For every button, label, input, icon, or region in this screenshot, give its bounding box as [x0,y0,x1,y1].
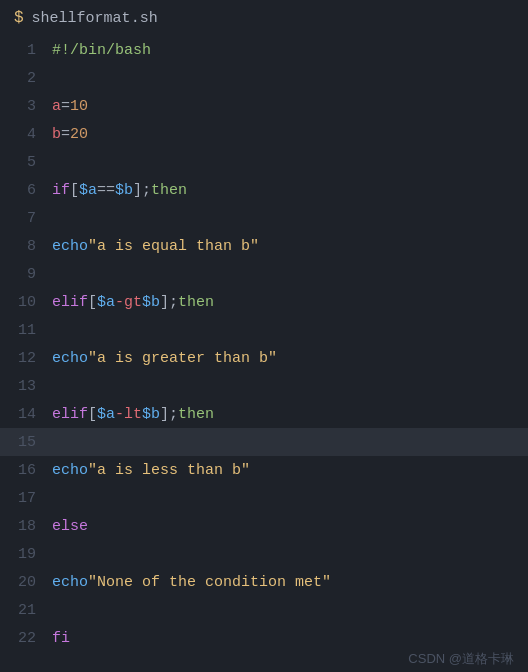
line-number: 4 [0,126,52,143]
line-number: 2 [0,70,52,87]
code-token: $a [97,406,115,423]
code-token: 10 [70,98,88,115]
code-token: [ [88,294,97,311]
code-token: b [52,126,61,143]
line-number: 3 [0,98,52,115]
code-token: "a is greater than b" [88,350,277,367]
code-content: fi [52,630,528,647]
filename: shellformat.sh [32,10,158,27]
code-line: 13 [0,372,528,400]
line-number: 19 [0,546,52,563]
code-line: 20 echo "None of the condition met" [0,568,528,596]
line-number: 12 [0,350,52,367]
code-token: elif [52,406,88,423]
code-token: -gt [115,294,142,311]
code-token: $a [97,294,115,311]
code-line: 19 [0,540,528,568]
code-token: then [178,406,214,423]
code-token: echo [52,574,88,591]
code-token: = [61,126,70,143]
code-content: if [ $a == $b ]; then [52,182,528,199]
line-number: 9 [0,266,52,283]
code-token: then [151,182,187,199]
code-token: ] [160,406,169,423]
code-token: [ [88,406,97,423]
code-token: "a is equal than b" [88,238,259,255]
code-token: a [52,98,61,115]
code-content: elif [ $a -gt $b ]; then [52,294,528,311]
code-token: echo [52,462,88,479]
code-line: 7 [0,204,528,232]
terminal-icon: $ [14,9,24,27]
code-token: "a is less than b" [88,462,250,479]
code-token: $b [142,406,160,423]
code-line: 11 [0,316,528,344]
line-number: 5 [0,154,52,171]
line-number: 10 [0,294,52,311]
code-line: 17 [0,484,528,512]
code-line: 18else [0,512,528,540]
code-token: $b [115,182,133,199]
code-content: else [52,518,528,535]
code-token: $b [142,294,160,311]
line-number: 20 [0,574,52,591]
code-content: elif [ $a -lt $b ]; then [52,406,528,423]
line-number: 17 [0,490,52,507]
code-token: -lt [115,406,142,423]
code-token: "None of the condition met" [88,574,331,591]
code-line: 4b=20 [0,120,528,148]
line-number: 14 [0,406,52,423]
code-token: ] [160,294,169,311]
code-area: 1#!/bin/bash23a=104b=2056if [ $a == $b ]… [0,36,528,652]
code-content: echo "a is greater than b" [52,350,528,367]
code-token: fi [52,630,70,647]
code-line: 9 [0,260,528,288]
line-number: 6 [0,182,52,199]
code-content: a=10 [52,98,528,115]
code-token: then [178,294,214,311]
line-number: 18 [0,518,52,535]
code-line: 2 [0,64,528,92]
line-number: 21 [0,602,52,619]
code-token: [ [70,182,79,199]
line-number: 1 [0,42,52,59]
line-number: 16 [0,462,52,479]
code-line: 8 echo "a is equal than b" [0,232,528,260]
code-content: echo "a is equal than b" [52,238,528,255]
line-number: 13 [0,378,52,395]
code-line: 16 echo "a is less than b" [0,456,528,484]
code-token: 20 [70,126,88,143]
code-content: echo "a is less than b" [52,462,528,479]
line-number: 8 [0,238,52,255]
code-token: elif [52,294,88,311]
code-line: 21 [0,596,528,624]
code-token: #!/bin/bash [52,42,151,59]
code-line: 15 [0,428,528,456]
code-line: 3a=10 [0,92,528,120]
line-number: 7 [0,210,52,227]
code-line: 5 [0,148,528,176]
line-number: 11 [0,322,52,339]
code-token: == [97,182,115,199]
code-token: echo [52,238,88,255]
code-content: echo "None of the condition met" [52,574,528,591]
code-token: ; [169,294,178,311]
code-token: ; [142,182,151,199]
code-token: $a [79,182,97,199]
title-bar: $ shellformat.sh [0,0,528,36]
code-line: 1#!/bin/bash [0,36,528,64]
code-content: b=20 [52,126,528,143]
code-content: #!/bin/bash [52,42,528,59]
code-line: 12 echo "a is greater than b" [0,344,528,372]
code-token: ] [133,182,142,199]
footer: CSDN @道格卡琳 [394,646,528,672]
line-number: 22 [0,630,52,647]
code-token: else [52,518,88,535]
code-token: echo [52,350,88,367]
line-number: 15 [0,434,52,451]
code-token: = [61,98,70,115]
code-line: 14elif [ $a -lt $b ]; then [0,400,528,428]
code-token: ; [169,406,178,423]
code-token: if [52,182,70,199]
code-line: 10elif [ $a -gt $b ]; then [0,288,528,316]
